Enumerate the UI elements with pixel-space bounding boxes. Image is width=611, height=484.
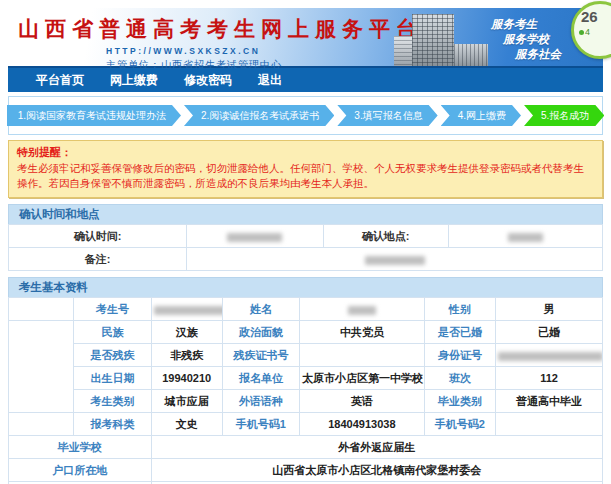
slogan-line-1: 服务考生 xyxy=(491,17,561,32)
field-sfyh-label: 是否已婚 xyxy=(424,321,495,344)
field-bc-value: 112 xyxy=(496,367,603,390)
field-xm-label: 姓名 xyxy=(222,298,299,321)
content: 山西省普通高考考生网上服务平台 HTTP://WWW.SXKSZX.CN 主管单… xyxy=(8,8,603,484)
table-row: 是否残疾 非残疾 残疾证书号 身份证号 xyxy=(9,344,603,367)
field-hkszd-label: 户口所在地 xyxy=(9,459,152,482)
field-cjzsh-value xyxy=(300,344,425,367)
header: 山西省普通高考考生网上服务平台 HTTP://WWW.SXKSZX.CN 主管单… xyxy=(8,8,603,66)
redacted-value xyxy=(508,233,543,242)
field-bkkl-value: 文史 xyxy=(151,413,222,436)
field-sfyh-value: 已婚 xyxy=(496,321,603,344)
redacted-value xyxy=(154,306,223,315)
redacted-value xyxy=(498,352,602,361)
slogan-line-3: 服务社会 xyxy=(491,47,561,62)
photo-placeholder xyxy=(9,321,74,413)
nav-item-2[interactable]: 网上缴费 xyxy=(110,72,158,89)
field-byxx-value: 外省外返应届生 xyxy=(151,436,602,459)
page: 山西省普通高考考生网上服务平台 HTTP://WWW.SXKSZX.CN 主管单… xyxy=(0,0,611,484)
warning-title: 特别提醒： xyxy=(17,144,594,161)
field-zzmm-value: 中共党员 xyxy=(300,321,425,344)
table-row: 民族 汉族 政治面貌 中共党员 是否已婚 已婚 xyxy=(9,321,603,344)
basic-section-title: 考生基本资料 xyxy=(8,277,603,297)
field-xb-label: 性别 xyxy=(424,298,495,321)
field-bylb-value: 普通高中毕业 xyxy=(496,390,603,413)
field-wyyz-value: 英语 xyxy=(300,390,425,413)
slogan-line-2: 服务学校 xyxy=(491,32,561,47)
field-byxx-label: 毕业学校 xyxy=(9,436,152,459)
step-item-4: 4.网上缴费 xyxy=(441,105,521,126)
field-bmdw-value: 太原市小店区第一中学校 xyxy=(300,367,425,390)
confirm-place-value xyxy=(448,225,602,248)
table-row: 出生日期 19940210 报名单位 太原市小店区第一中学校 班次 112 xyxy=(9,367,603,390)
field-kslb-value: 城市应届 xyxy=(151,390,222,413)
field-zzmm-label: 政治面貌 xyxy=(222,321,299,344)
table-row: 考生号 姓名 性别 男 xyxy=(9,298,603,321)
field-sfcj-value: 非残疾 xyxy=(151,344,222,367)
field-bkkl-label: 报考科类 xyxy=(74,413,151,436)
field-mz-label: 民族 xyxy=(74,321,151,344)
confirm-note-value xyxy=(187,248,603,271)
table-row: 毕业学校 外省外返应届生 xyxy=(9,436,603,459)
field-mz-value: 汉族 xyxy=(151,321,222,344)
field-cjzsh-label: 残疾证书号 xyxy=(222,344,299,367)
nav-item-1[interactable]: 平台首页 xyxy=(36,72,84,89)
step-item-5: 5.报名成功 xyxy=(524,105,604,126)
field-bc-label: 班次 xyxy=(424,367,495,390)
field-sjhm1-value: 18404913038 xyxy=(300,413,425,436)
steps-panel: 1.阅读国家教育考试违规处理办法2.阅读诚信报名考试承诺书3.填写报名信息4.网… xyxy=(8,96,603,135)
redacted-value xyxy=(227,233,282,242)
field-ksh-value xyxy=(151,298,222,321)
field-kslb-label: 考生类别 xyxy=(74,390,151,413)
basic-info-table: 考生号 姓名 性别 男 民族 汉族 政治面貌 中共党员 是否已婚 已婚 是否残疾… xyxy=(8,297,603,484)
field-bmdw-label: 报名单位 xyxy=(222,367,299,390)
field-sjhm2-label: 手机号码2 xyxy=(424,413,495,436)
warning-body: 考生必须牢记和妥善保管修改后的密码，切勿泄露给他人。任何部门、学校、个人无权要求… xyxy=(17,162,584,190)
confirm-section-title: 确认时间和地点 xyxy=(8,204,603,224)
confirm-time-value xyxy=(187,225,324,248)
field-sfcj-label: 是否残疾 xyxy=(74,344,151,367)
confirm-place-label: 确认地点: xyxy=(323,225,448,248)
table-row: 备注: xyxy=(9,248,603,271)
step-item-2: 2.阅读诚信报名考试承诺书 xyxy=(184,105,334,126)
field-sjhm2-value xyxy=(496,413,603,436)
photo-cell-bottom xyxy=(9,413,74,436)
table-row: 户口所在地 山西省太原市小店区北格镇南代家堡村委会 xyxy=(9,459,603,482)
field-bylb-label: 毕业类别 xyxy=(424,390,495,413)
field-xm-value xyxy=(300,298,425,321)
field-sfzh-value xyxy=(496,344,603,367)
field-ksh-label: 考生号 xyxy=(74,298,151,321)
field-wyyz-label: 外语语种 xyxy=(222,390,299,413)
field-csrq-value: 19940210 xyxy=(151,367,222,390)
building-image xyxy=(388,14,490,66)
step-item-3: 3.填写报名信息 xyxy=(337,105,437,126)
field-xb-value: 男 xyxy=(496,298,603,321)
field-sfzh-label: 身份证号 xyxy=(424,344,495,367)
field-sjhm1-label: 手机号码1 xyxy=(222,413,299,436)
nav-item-3[interactable]: 修改密码 xyxy=(184,72,232,89)
confirm-table: 确认时间: 确认地点: 备注: xyxy=(8,224,603,271)
redacted-value xyxy=(365,256,425,265)
green-dot-icon xyxy=(579,30,584,35)
field-hkszd-value: 山西省太原市小店区北格镇南代家堡村委会 xyxy=(151,459,602,482)
photo-cell-top xyxy=(9,298,74,321)
field-csrq-label: 出生日期 xyxy=(74,367,151,390)
badge-sub: 4 xyxy=(579,27,590,37)
table-row: 考生类别 城市应届 外语语种 英语 毕业类别 普通高中毕业 xyxy=(9,390,603,413)
warning-box: 特别提醒： 考生必须牢记和妥善保管修改后的密码，切勿泄露给他人。任何部门、学校、… xyxy=(8,140,603,198)
table-row: 报考科类 文史 手机号码1 18404913038 手机号码2 xyxy=(9,413,603,436)
nav-item-4[interactable]: 退出 xyxy=(258,72,282,89)
confirm-note-label: 备注: xyxy=(9,248,187,271)
slogan: 服务考生服务学校服务社会 xyxy=(491,17,561,62)
step-item-1: 1.阅读国家教育考试违规处理办法 xyxy=(7,105,181,126)
badge-number: 26 xyxy=(581,8,598,25)
redacted-value xyxy=(348,306,376,315)
table-row: 确认时间: 确认地点: xyxy=(9,225,603,248)
confirm-time-label: 确认时间: xyxy=(9,225,187,248)
